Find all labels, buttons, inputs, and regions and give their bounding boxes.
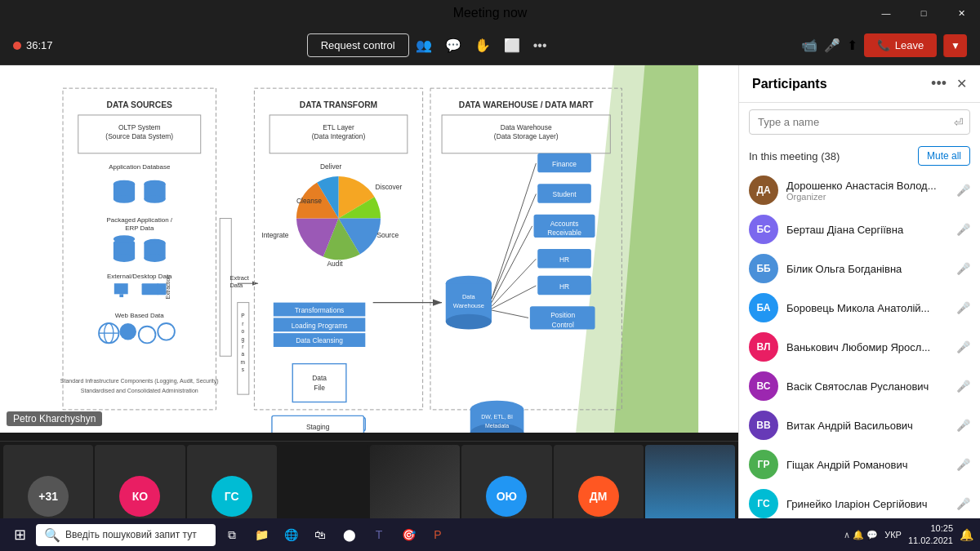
participant-name: Білик Ольга Богданівна bbox=[786, 263, 948, 275]
teams-icon[interactable]: T bbox=[366, 522, 392, 548]
participant-name: Ванькович Любомир Яросл... bbox=[786, 341, 948, 353]
in-meeting-label: In this meeting (38) bbox=[749, 150, 840, 162]
svg-text:Data: Data bbox=[229, 282, 243, 289]
start-button[interactable]: ⊞ bbox=[7, 522, 33, 548]
participant-item[interactable]: БАБоровець Микола Анатолій...🎤 bbox=[742, 288, 977, 327]
taskbar: ⊞ 🔍 Введіть пошуковий запит тут ⧉ 📁 🌐 🛍 … bbox=[0, 518, 980, 551]
participant-item[interactable]: БББілик Ольга Богданівна🎤 bbox=[742, 249, 977, 288]
participant-mic-icon: 🎤 bbox=[956, 380, 970, 393]
store-icon[interactable]: 🛍 bbox=[307, 522, 333, 548]
participant-name: Гринейко Іларіон Сергійович bbox=[786, 498, 948, 510]
edge-browser-icon[interactable]: 🌐 bbox=[278, 522, 304, 548]
clock-date: 11.02.2021 bbox=[908, 535, 953, 547]
svg-text:(Data Storage Layer): (Data Storage Layer) bbox=[494, 132, 559, 140]
tile-avatar: ГС bbox=[212, 476, 252, 517]
participants-close-button[interactable]: ✕ bbox=[956, 76, 967, 91]
participant-item[interactable]: БСБерташ Діана Сергіївна🎤 bbox=[742, 210, 977, 249]
system-clock[interactable]: 10:25 11.02.2021 bbox=[908, 522, 953, 548]
search-icon[interactable]: ⏎ bbox=[954, 116, 964, 129]
participant-avatar: ВС bbox=[749, 371, 778, 401]
participant-mic-icon: 🎤 bbox=[956, 184, 970, 197]
participant-mic-icon: 🎤 bbox=[956, 419, 970, 432]
toolbar-center: Request control 👥 💬 ✋ ⬜ ••• bbox=[53, 33, 801, 57]
svg-text:File: File bbox=[314, 384, 325, 392]
svg-text:Data Warehouse: Data Warehouse bbox=[501, 123, 552, 131]
svg-text:Control: Control bbox=[552, 321, 574, 329]
leave-button[interactable]: 📞 Leave bbox=[864, 33, 937, 57]
svg-text:o: o bbox=[241, 328, 244, 334]
minimize-button[interactable]: — bbox=[867, 0, 905, 26]
participant-avatar: БА bbox=[749, 293, 778, 322]
participant-name: Васік Святослав Русланович bbox=[786, 380, 948, 393]
participants-icon[interactable]: 👥 bbox=[416, 38, 432, 53]
language-indicator[interactable]: УКР bbox=[884, 530, 902, 540]
svg-rect-27 bbox=[142, 283, 159, 295]
svg-point-20 bbox=[114, 235, 135, 242]
participant-item[interactable]: ГСГринейко Іларіон Сергійович🎤 bbox=[742, 484, 977, 523]
windows-logo: ⊞ bbox=[14, 526, 26, 544]
shortcut-icon-1[interactable]: 🎯 bbox=[395, 522, 421, 548]
camera-icon[interactable]: 📹 bbox=[801, 38, 817, 53]
svg-text:Receivable: Receivable bbox=[547, 229, 581, 237]
participants-more-button[interactable]: ••• bbox=[931, 75, 947, 92]
participant-name: Боровець Микола Анатолій... bbox=[786, 302, 948, 314]
participants-list: ДАДорошенко Анастасія Волод...Organizer🎤… bbox=[739, 171, 980, 551]
participant-mic-icon: 🎤 bbox=[956, 223, 970, 236]
more-options-icon[interactable]: ••• bbox=[533, 38, 547, 53]
participant-avatar: БС bbox=[749, 215, 778, 244]
participant-avatar: ДА bbox=[749, 176, 778, 205]
svg-text:Transformations: Transformations bbox=[295, 306, 345, 314]
maximize-button[interactable]: □ bbox=[905, 0, 942, 26]
svg-text:DATA SOURCES: DATA SOURCES bbox=[107, 100, 173, 109]
raise-hand-icon[interactable]: ✋ bbox=[474, 38, 491, 53]
share-icon[interactable]: ⬆ bbox=[847, 38, 858, 53]
powerpoint-icon[interactable]: P bbox=[425, 522, 451, 548]
svg-text:Data Cleansing: Data Cleansing bbox=[296, 336, 343, 344]
meeting-title: Meeting now bbox=[453, 6, 528, 20]
share-screen-icon[interactable]: ⬜ bbox=[504, 38, 520, 53]
leave-dropdown-button[interactable]: ▼ bbox=[943, 34, 967, 57]
in-meeting-section: In this meeting (38) Mute all bbox=[739, 141, 980, 171]
svg-text:Data: Data bbox=[462, 293, 476, 300]
participant-item[interactable]: ВВВитак Андрій Васильович🎤 bbox=[742, 406, 977, 445]
svg-text:HR: HR bbox=[559, 256, 569, 264]
svg-text:a: a bbox=[241, 351, 244, 357]
svg-text:Packaged Application /: Packaged Application / bbox=[107, 216, 173, 224]
svg-text:HR: HR bbox=[559, 282, 569, 291]
mute-all-button[interactable]: Mute all bbox=[918, 146, 970, 166]
participant-avatar: ВЛ bbox=[749, 332, 778, 362]
participant-info: Гіщак Андрій Романович bbox=[786, 459, 948, 471]
participant-item[interactable]: ДАДорошенко Анастасія Волод...Organizer🎤 bbox=[742, 171, 977, 210]
participant-item[interactable]: ВЛВанькович Любомир Яросл...🎤 bbox=[742, 327, 977, 367]
svg-text:g: g bbox=[241, 336, 244, 343]
chat-icon[interactable]: 💬 bbox=[445, 38, 461, 53]
participant-item[interactable]: ГРГіщак Андрій Романович🎤 bbox=[742, 445, 977, 484]
close-button[interactable]: ✕ bbox=[942, 0, 980, 26]
task-view-button[interactable]: ⧉ bbox=[219, 522, 245, 548]
participant-item[interactable]: ВСВасік Святослав Русланович🎤 bbox=[742, 367, 977, 406]
recording-time: 36:17 bbox=[26, 39, 53, 51]
svg-text:Audit: Audit bbox=[327, 260, 343, 268]
participant-search-input[interactable] bbox=[749, 109, 970, 135]
tray-icons[interactable]: ∧ 🔔 💬 bbox=[844, 530, 878, 540]
taskbar-right: ∧ 🔔 💬 УКР 10:25 11.02.2021 🔔 bbox=[844, 522, 973, 548]
svg-text:(Source Data System): (Source Data System) bbox=[105, 132, 173, 140]
taskbar-search[interactable]: 🔍 Введіть пошуковий запит тут bbox=[36, 524, 216, 546]
search-icon: 🔍 bbox=[44, 527, 60, 543]
title-bar: Meeting now — □ ✕ bbox=[0, 0, 980, 26]
notification-icon[interactable]: 🔔 bbox=[960, 528, 973, 541]
mic-icon[interactable]: 🎤 bbox=[824, 38, 840, 53]
clock-time: 10:25 bbox=[908, 522, 953, 535]
participant-mic-icon: 🎤 bbox=[956, 497, 970, 510]
participant-name: Берташ Діана Сергіївна bbox=[786, 224, 948, 236]
svg-text:Finance: Finance bbox=[552, 160, 577, 168]
participant-name: Гіщак Андрій Романович bbox=[786, 459, 948, 471]
svg-text:Deliver: Deliver bbox=[320, 162, 341, 171]
presentation-slide: DATA SOURCES OLTP System (Source Data Sy… bbox=[0, 65, 738, 433]
participant-info: Дорошенко Анастасія Волод...Organizer bbox=[786, 180, 948, 202]
chrome-icon[interactable]: ⬤ bbox=[336, 522, 363, 548]
svg-text:Database: Database bbox=[303, 432, 332, 433]
file-explorer-icon[interactable]: 📁 bbox=[248, 522, 274, 548]
request-control-button[interactable]: Request control bbox=[307, 33, 409, 57]
participant-name: Витак Андрій Васильович bbox=[786, 420, 948, 432]
